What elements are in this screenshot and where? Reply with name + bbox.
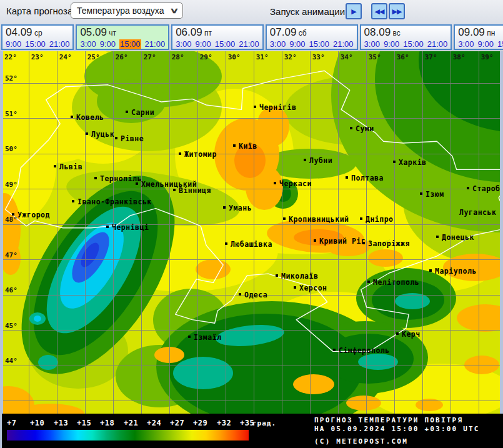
city-label: Івано-Франківськ (77, 197, 152, 206)
time-link-06.09-9:00[interactable]: 9:00 (195, 39, 211, 49)
temperature-map-canvas: 22°23°24°25°26°27°28°29°30°31°32°33°34°3… (3, 51, 500, 414)
forecast-map: 22°23°24°25°26°27°28°29°30°31°32°33°34°3… (3, 51, 500, 414)
time-link-08.09-15:00[interactable]: 15:00 (403, 39, 424, 49)
time-link-05.09-21:00[interactable]: 21:00 (145, 39, 166, 49)
city-label: Херсон (299, 284, 327, 292)
svg-text:35°: 35° (369, 53, 381, 61)
city-label: Луцьк (91, 130, 114, 139)
svg-text:52°: 52° (5, 74, 17, 82)
svg-text:44°: 44° (5, 357, 17, 365)
city-label: Вінниця (179, 186, 211, 195)
city-label: Черкаси (279, 179, 312, 188)
svg-text:27°: 27° (144, 53, 156, 61)
city-label: Мелітополь (373, 278, 419, 287)
city-label: Кривий Ріг (319, 237, 366, 246)
time-link-09.09-15:00[interactable]: 15:00 (497, 39, 503, 49)
city-label: Ізмаїл (194, 333, 222, 342)
time-link-07.09-15:00[interactable]: 15:00 (309, 39, 329, 49)
legend-tick: +24 (147, 419, 161, 427)
legend-tick: +27 (170, 419, 184, 427)
tab-date-label: 09.09 пн (458, 26, 503, 39)
date-tab-07.09[interactable]: 07.09 сб3:009:0015:0021:00 (266, 24, 358, 50)
city-label: Маріуполь (435, 267, 477, 276)
time-link-06.09-21:00[interactable]: 21:00 (239, 39, 259, 49)
chevron-down-icon: ∨ (169, 6, 179, 15)
city-label: Рівне (121, 134, 144, 143)
play-animation-button[interactable]: ▶ (346, 3, 362, 19)
legend-footer: +7+10+13+15+18+21+24+27+29+32+35 град. П… (2, 414, 503, 448)
date-tab-09.09[interactable]: 09.09 пн3:009:0015:0021:00 (454, 24, 503, 50)
legend-tick: +10 (30, 419, 44, 427)
time-link-07.09-3:00[interactable]: 3:00 (270, 39, 286, 49)
time-link-05.09-15:00[interactable]: 15:00 (119, 39, 141, 49)
tab-date-label: 07.09 сб (270, 26, 354, 39)
city-label: Донецьк (442, 233, 474, 242)
forecast-title-line2: НА 05.09.2024 15:00 +03:00 UTC (314, 425, 480, 433)
time-link-07.09-21:00[interactable]: 21:00 (333, 39, 354, 49)
time-link-09.09-3:00[interactable]: 3:00 (458, 39, 474, 49)
svg-text:51°: 51° (5, 110, 17, 118)
time-link-07.09-9:00[interactable]: 9:00 (289, 39, 305, 49)
city-label: Ізюм (426, 190, 444, 199)
svg-text:50°: 50° (5, 145, 17, 153)
city-label: Львів (59, 162, 82, 171)
time-link-05.09-9:00[interactable]: 9:00 (100, 39, 116, 49)
time-link-05.09-3:00[interactable]: 3:00 (80, 39, 96, 49)
time-link-06.09-15:00[interactable]: 15:00 (215, 39, 236, 49)
city-label: Чернігів (259, 103, 296, 112)
date-tab-06.09[interactable]: 06.09 пт3:009:0015:0021:00 (171, 24, 264, 50)
time-link-06.09-3:00[interactable]: 3:00 (176, 39, 191, 49)
city-label: Дніпро (366, 215, 394, 224)
date-tab-08.09[interactable]: 08.09 вс3:009:0015:0021:00 (360, 24, 452, 50)
svg-text:29°: 29° (200, 53, 212, 61)
svg-text:36°: 36° (397, 53, 409, 61)
map-type-label: Карта прогноза (6, 6, 72, 16)
date-tabs: 04.09 ср9:0015:0021:0005.09 чт3:009:0015… (1, 24, 503, 50)
map-type-select-value: Температура воздуха (77, 6, 164, 16)
svg-text:31°: 31° (256, 53, 269, 61)
city-label: Полтава (351, 174, 384, 182)
tab-date-label: 05.09 чт (80, 26, 165, 39)
tab-times: 9:0015:0021:00 (6, 39, 69, 49)
city-label: Одеса (244, 291, 267, 299)
time-link-08.09-9:00[interactable]: 9:00 (384, 39, 399, 49)
time-link-08.09-21:00[interactable]: 21:00 (427, 39, 448, 49)
time-link-09.09-9:00[interactable]: 9:00 (478, 39, 494, 49)
controls-row: Карта прогноза Температура воздуха ∨ Зап… (0, 0, 503, 24)
svg-text:33°: 33° (312, 53, 325, 61)
step-forward-button[interactable]: ▶▶ (389, 3, 405, 19)
legend-unit: град. (252, 419, 276, 427)
svg-text:47°: 47° (5, 251, 17, 259)
city-label: Лубни (309, 156, 332, 165)
time-link-08.09-3:00[interactable]: 3:00 (364, 39, 380, 49)
city-label: Київ (239, 142, 257, 151)
city-label: Ужгород (17, 211, 50, 219)
svg-text:49°: 49° (5, 181, 17, 189)
city-label: Тернопіль (100, 174, 142, 183)
svg-text:24°: 24° (59, 53, 72, 61)
city-label: Чернівці (112, 223, 149, 232)
svg-text:25°: 25° (87, 53, 100, 61)
date-tab-05.09[interactable]: 05.09 чт3:009:0015:0021:00 (76, 24, 169, 50)
time-link-04.09-9:00[interactable]: 9:00 (6, 39, 21, 49)
tab-times: 3:009:0015:0021:00 (270, 39, 354, 49)
legend-tick: +13 (54, 419, 68, 427)
step-back-button[interactable]: ◀◀ (371, 3, 387, 19)
temperature-gradient-bar (7, 430, 249, 441)
city-label: Сімферополь (339, 346, 390, 355)
map-type-select[interactable]: Температура воздуха ∨ (71, 2, 183, 19)
legend-tick: +32 (217, 419, 231, 427)
city-label: Миколаїв (281, 272, 318, 281)
date-tab-04.09[interactable]: 04.09 ср9:0015:0021:00 (1, 24, 74, 50)
city-label: Суми (356, 124, 374, 133)
time-link-04.09-15:00[interactable]: 15:00 (25, 39, 46, 49)
svg-text:45°: 45° (5, 322, 17, 330)
rewind-icon: ◀◀ (375, 7, 384, 16)
time-link-04.09-21:00[interactable]: 21:00 (49, 39, 70, 49)
copyright[interactable]: (C) METEOPOST.COM (314, 437, 408, 446)
tab-times: 3:009:0015:0021:00 (176, 39, 259, 49)
forecast-title-line1: ПРОГНОЗ ТЕМПЕРАТУРИ ПОВІТРЯ (314, 416, 463, 424)
city-label: Сарни (131, 108, 154, 117)
animation-label: Запуск анимации (270, 6, 345, 17)
city-label: Керч (402, 330, 421, 339)
